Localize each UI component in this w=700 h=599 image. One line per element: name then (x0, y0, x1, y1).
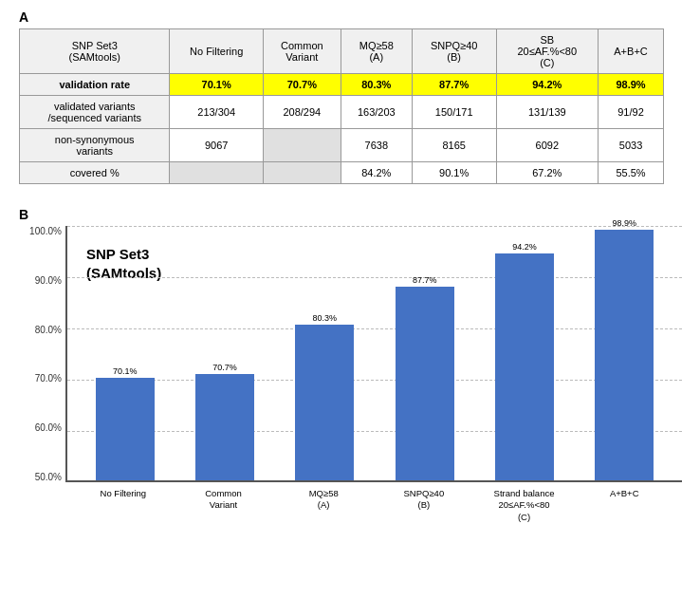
cell-vr-5: 94.2% (496, 74, 598, 96)
col-header-0: SNP Set3(SAMtools) (20, 29, 170, 74)
section-b: B 100.0% 90.0% 80.0% 70.0% 60.0% 50.0% S… (19, 207, 681, 523)
bar-group-4: 87.7% (396, 275, 454, 480)
cell-vr-6: 98.9% (599, 74, 664, 96)
bar-6 (595, 230, 654, 480)
table-header-row: SNP Set3(SAMtools) No Filtering CommonVa… (20, 29, 664, 74)
cell-vv-2: 208/294 (263, 96, 341, 129)
col-header-3: MQ≥58(A) (341, 29, 412, 74)
cell-ns-2 (263, 129, 341, 162)
x-label-3: MQ≥58(A) (273, 488, 374, 523)
bar-value-3: 80.3% (313, 313, 338, 323)
cell-cp-3: 84.2% (341, 162, 412, 184)
y-label-60: 60.0% (19, 422, 62, 433)
cell-vv-4: 150/171 (412, 96, 496, 129)
cell-vv-6: 91/92 (599, 96, 664, 129)
cell-cp-6: 55.5% (599, 162, 664, 184)
x-label-5: Strand balance20≤AF.%<80(C) (474, 488, 575, 523)
section-a: A SNP Set3(SAMtools) No Filtering Common… (19, 9, 681, 184)
row-label-nonsyn: non-synonymousvariants (20, 129, 170, 162)
cell-cp-5: 67.2% (496, 162, 598, 184)
bar-group-6: 98.9% (595, 218, 654, 480)
row-label-validated: validated variants/sequenced variants (20, 96, 170, 129)
x-label-1: No Filtering (73, 488, 174, 523)
bar-group-5: 94.2% (495, 242, 554, 480)
col-header-4: SNPQ≥40(B) (412, 29, 496, 74)
section-a-label: A (19, 9, 681, 25)
x-label-2: CommonVariant (174, 488, 274, 523)
y-label-90: 90.0% (19, 275, 62, 286)
bar-2 (195, 374, 254, 480)
cell-cp-4: 90.1% (412, 162, 496, 184)
cell-ns-6: 5033 (599, 129, 664, 162)
table-row: validated variants/sequenced variants 21… (20, 96, 664, 129)
cell-vv-3: 163/203 (341, 96, 412, 129)
y-label-80: 80.0% (19, 325, 62, 335)
x-labels: No Filtering CommonVariant MQ≥58(A) SNPQ… (65, 482, 682, 523)
bar-group-2: 70.7% (195, 363, 254, 480)
bar-value-2: 70.7% (212, 363, 237, 372)
cell-vr-2: 70.7% (263, 74, 341, 96)
cell-vv-5: 131/139 (496, 96, 598, 129)
bar-group-3: 80.3% (295, 313, 354, 480)
x-label-6: A+B+C (574, 488, 674, 523)
chart-area: SNP Set3(SAMtools) 70.1% (65, 226, 682, 482)
cell-ns-5: 6092 (496, 129, 598, 162)
bar-4 (396, 287, 454, 480)
bar-value-1: 70.1% (113, 366, 138, 376)
col-header-2: CommonVariant (263, 29, 341, 74)
table-row: covered % 84.2% 90.1% 67.2% 55.5% (20, 162, 664, 184)
bar-value-4: 87.7% (413, 275, 437, 285)
bar-value-6: 98.9% (613, 218, 637, 228)
cell-ns-4: 8165 (412, 129, 496, 162)
cell-vv-1: 213/304 (170, 96, 263, 129)
y-label-100: 100.0% (19, 226, 62, 236)
bar-1 (96, 378, 155, 480)
data-table: SNP Set3(SAMtools) No Filtering CommonVa… (19, 28, 664, 184)
cell-vr-3: 80.3% (341, 74, 412, 96)
cell-vr-4: 87.7% (412, 74, 496, 96)
table-row: non-synonymousvariants 9067 7638 8165 60… (20, 129, 664, 162)
bar-group-1: 70.1% (96, 366, 155, 480)
table-row: validation rate 70.1% 70.7% 80.3% 87.7% … (20, 74, 664, 96)
cell-ns-3: 7638 (341, 129, 412, 162)
y-label-70: 70.0% (19, 373, 62, 384)
col-header-1: No Filtering (170, 29, 263, 74)
row-label-validation: validation rate (20, 74, 170, 96)
col-header-6: A+B+C (599, 29, 664, 74)
cell-ns-1: 9067 (170, 129, 263, 162)
bar-5 (495, 253, 554, 480)
bar-value-5: 94.2% (512, 242, 537, 252)
col-header-5: SB20≤AF.%<80(C) (496, 29, 598, 74)
bars-container: 70.1% 70.7% 80.3% 87.7% (67, 218, 682, 480)
bar-3 (295, 325, 354, 480)
row-label-covered: covered % (20, 162, 170, 184)
y-label-50: 50.0% (19, 472, 62, 482)
x-label-4: SNPQ≥40(B) (374, 488, 474, 523)
cell-cp-1 (170, 162, 263, 184)
cell-vr-1: 70.1% (170, 74, 263, 96)
cell-cp-2 (263, 162, 341, 184)
